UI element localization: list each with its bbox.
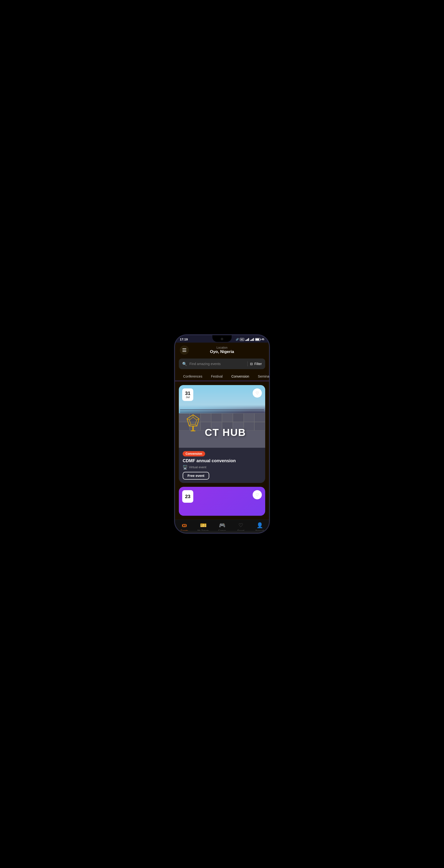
- nav-account[interactable]: 👤 Account: [253, 522, 267, 531]
- event-card-info: Convension CDMF annual convension 🖥️ Vir…: [179, 448, 265, 483]
- notch: [212, 335, 232, 342]
- category-convension[interactable]: Convension: [227, 372, 254, 381]
- events-nav-icon: 🎟: [182, 522, 187, 528]
- menu-button[interactable]: [180, 345, 189, 355]
- tickets-nav-icon: 🎫: [200, 522, 207, 528]
- search-bar[interactable]: 🔍 Find amazing events ⊟ Filter: [179, 359, 265, 369]
- saved-nav-icon: ♡: [238, 522, 243, 528]
- app-content: Location Oyo, Nigeria 🔍 Find amazing eve…: [175, 343, 269, 531]
- app-header: Location Oyo, Nigeria: [175, 343, 269, 359]
- status-time: 17:19: [180, 338, 188, 341]
- location-text: Virtual event: [189, 465, 206, 469]
- battery-level: 45: [262, 338, 264, 341]
- event-card-2-bg: 23 ♡: [179, 487, 265, 516]
- svg-rect-8: [190, 430, 196, 431]
- status-right: 🔗 4G 45: [236, 338, 264, 341]
- phone-device: 17:19 🔗 4G 45: [175, 335, 269, 533]
- svg-rect-7: [192, 426, 194, 431]
- nav-saved[interactable]: ♡ Saved: [234, 522, 248, 531]
- categories-bar: Conferences Festival Convension Semina: [175, 372, 269, 381]
- signal-icon-2: [250, 338, 254, 341]
- network-badge: 4G: [240, 338, 244, 341]
- event-title: CDMF annual convension: [183, 458, 261, 463]
- search-input[interactable]: Find amazing events: [189, 362, 245, 366]
- event-date-day: 31: [185, 391, 190, 396]
- filter-icon: ⊟: [250, 362, 253, 366]
- category-conferences[interactable]: Conferences: [179, 372, 207, 381]
- nav-games[interactable]: 🎮 Games: [215, 522, 229, 531]
- events-list: CT HUB 31 Jul ♡ Con: [175, 381, 269, 520]
- virtual-icon: 🖥️: [183, 465, 187, 469]
- event-tag: Convension: [183, 451, 205, 457]
- filter-label: Filter: [254, 362, 262, 366]
- games-nav-icon: 🎮: [219, 522, 226, 528]
- saved-nav-label: Saved: [237, 529, 244, 531]
- favorite-button-2[interactable]: ♡: [253, 490, 262, 499]
- account-nav-label: Account: [255, 529, 264, 531]
- search-container: 🔍 Find amazing events ⊟ Filter: [175, 359, 269, 372]
- nav-tickets[interactable]: 🎫 My Tickets: [196, 522, 210, 531]
- date-badge-2: 23: [182, 490, 193, 503]
- games-nav-label: Games: [218, 529, 226, 531]
- building-name: CT HUB: [205, 427, 265, 438]
- heart-icon: ♡: [256, 391, 259, 396]
- bottom-navigation: 🎟 Events 🎫 My Tickets 🎮 Games ♡ Saved 👤: [175, 520, 269, 531]
- favorite-button-1[interactable]: ♡: [253, 389, 262, 398]
- event-card-image: CT HUB 31 Jul ♡: [179, 385, 265, 448]
- phone-screen: 17:19 🔗 4G 45: [175, 335, 269, 533]
- signal-icon: [245, 338, 249, 341]
- ct-hub-logo: [186, 413, 203, 435]
- filter-button[interactable]: ⊟ Filter: [250, 362, 262, 366]
- account-nav-icon: 👤: [257, 522, 263, 528]
- category-festival[interactable]: Festival: [207, 372, 227, 381]
- event-card-1[interactable]: CT HUB 31 Jul ♡ Con: [179, 385, 265, 483]
- event-card-2[interactable]: 23 ♡: [179, 487, 265, 516]
- location-name: Oyo, Nigeria: [189, 349, 255, 354]
- heart-icon-2: ♡: [256, 493, 259, 497]
- tickets-nav-label: My Tickets: [197, 529, 209, 531]
- event-location: 🖥️ Virtual event: [183, 465, 261, 469]
- front-camera: [221, 338, 223, 340]
- event-date-month: Jul: [186, 396, 190, 399]
- svg-marker-1: [189, 417, 197, 424]
- date-badge-1: 31 Jul: [182, 389, 193, 401]
- nav-events[interactable]: 🎟 Events: [177, 522, 191, 531]
- search-icon: 🔍: [182, 362, 187, 366]
- event-2-date-day: 23: [185, 494, 190, 499]
- location-info: Location Oyo, Nigeria: [189, 346, 255, 354]
- events-nav-label: Events: [181, 529, 188, 531]
- price-badge: Free event: [183, 472, 209, 479]
- category-semina[interactable]: Semina: [254, 372, 269, 381]
- wifi-icon: 🔗: [236, 338, 239, 341]
- location-label: Location: [189, 346, 255, 349]
- battery-icon: [255, 338, 260, 341]
